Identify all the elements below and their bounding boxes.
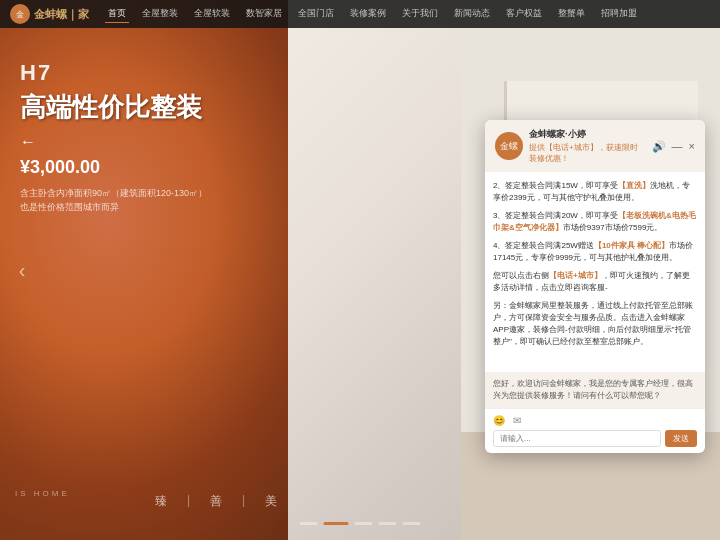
chat-input-area: 😊 ✉ 发送	[485, 408, 705, 453]
hero-word-0: 臻	[155, 493, 167, 510]
nav-link-新闻动态[interactable]: 新闻动态	[451, 5, 493, 23]
nav-link-首页[interactable]: 首页	[105, 5, 129, 23]
chat-input[interactable]	[493, 430, 661, 447]
chat-minimize-button[interactable]: —	[672, 140, 683, 152]
nav-link-招聘加盟[interactable]: 招聘加盟	[598, 5, 640, 23]
logo-text: 金蚌螺｜家	[34, 7, 89, 22]
chat-email-button[interactable]: ✉	[513, 415, 521, 426]
nav-link-整蟹单[interactable]: 整蟹单	[555, 5, 588, 23]
hero-words: 臻|善|美	[0, 493, 432, 510]
navbar: 金 金蚌螺｜家 首页全屋整装全屋软装数智家居全国门店装修案例关于我们新闻动态客户…	[0, 0, 720, 28]
chat-message-0: 2、签定整装合同满15W，即可享受【直洗】洗地机，专享价2399元，可与其他守护…	[493, 180, 697, 204]
hero-title-main: 高端性价比整装	[20, 90, 207, 125]
slide-dot-3[interactable]	[379, 522, 397, 525]
chat-header: 金螺 金蚌螺家·小婷 提供【电话+城市】，获速限时装修优惠！ 🔊 — ×	[485, 120, 705, 172]
prev-slide-button[interactable]: ‹	[10, 250, 34, 290]
hero-arrow[interactable]: ←	[20, 133, 207, 151]
nav-link-装修案例[interactable]: 装修案例	[347, 5, 389, 23]
chat-message-2: 4、签定整装合同满25W赠送【10件家具 棒心配】市场价17145元，专享价99…	[493, 240, 697, 264]
word-separator-1: |	[242, 493, 245, 510]
nav-link-全屋软装[interactable]: 全屋软装	[191, 5, 233, 23]
chat-controls: 🔊 — ×	[652, 140, 695, 153]
chat-volume-button[interactable]: 🔊	[652, 140, 666, 153]
logo-icon: 金	[10, 4, 30, 24]
chat-widget: 金螺 金蚌螺家·小婷 提供【电话+城市】，获速限时装修优惠！ 🔊 — × 2、签…	[485, 120, 705, 453]
chat-agent-name: 金蚌螺家·小婷	[529, 128, 646, 141]
slide-dot-4[interactable]	[403, 522, 421, 525]
nav-links: 首页全屋整装全屋软装数智家居全国门店装修案例关于我们新闻动态客户权益整蟹单招聘加…	[105, 5, 710, 23]
hero-word-1: 善	[210, 493, 222, 510]
chat-emoji-button[interactable]: 😊	[493, 415, 505, 426]
chat-icon-row: 😊 ✉	[493, 415, 697, 426]
slide-dot-2[interactable]	[355, 522, 373, 525]
nav-link-数智家居[interactable]: 数智家居	[243, 5, 285, 23]
hero-word-2: 美	[265, 493, 277, 510]
chat-greeting: 您好，欢迎访问金蚌螺家，我是您的专属客户经理，很高兴为您提供装修服务！请问有什么…	[485, 372, 705, 408]
slide-dot-0[interactable]	[300, 522, 318, 525]
chat-close-button[interactable]: ×	[689, 140, 695, 152]
hero-dots	[300, 522, 421, 525]
chat-subtitle: 提供【电话+城市】，获速限时装修优惠！	[529, 142, 646, 164]
chat-message-1: 3、签定整装合同满20W，即可享受【老板洗碗机&电热毛巾架&空气净化器】市场价9…	[493, 210, 697, 234]
word-separator-0: |	[187, 493, 190, 510]
hero-desc: 含主卧含内净面积90㎡（建筑面积120-130㎡） 也是性价格范围城市而异	[20, 186, 207, 215]
nav-link-关于我们[interactable]: 关于我们	[399, 5, 441, 23]
hero-title-small: H7	[20, 60, 207, 86]
chat-header-info: 金蚌螺家·小婷 提供【电话+城市】，获速限时装修优惠！	[529, 128, 646, 164]
chat-message-4: 另：金蚌螺家局里整装服务，通过线上付款托管至总部账户，方可保障资金安全与服务品质…	[493, 300, 697, 348]
nav-link-客户权益[interactable]: 客户权益	[503, 5, 545, 23]
slide-dot-1[interactable]	[324, 522, 349, 525]
chat-message-3: 您可以点击右侧【电话+城市】，即可火速预约，了解更多活动详情，点击立即咨询客服-	[493, 270, 697, 294]
hero-content: H7 高端性价比整装 ← ¥3,000.00 含主卧含内净面积90㎡（建筑面积1…	[20, 60, 207, 215]
nav-link-全国门店[interactable]: 全国门店	[295, 5, 337, 23]
chat-avatar: 金螺	[495, 132, 523, 160]
nav-link-全屋整装[interactable]: 全屋整装	[139, 5, 181, 23]
hero-section: 金 金蚌螺｜家 首页全屋整装全屋软装数智家居全国门店装修案例关于我们新闻动态客户…	[0, 0, 720, 540]
chat-input-row: 发送	[493, 430, 697, 447]
chat-body: 2、签定整装合同满15W，即可享受【直洗】洗地机，专享价2399元，可与其他守护…	[485, 172, 705, 372]
chat-send-button[interactable]: 发送	[665, 430, 697, 447]
logo[interactable]: 金 金蚌螺｜家	[10, 4, 89, 24]
hero-price: ¥3,000.00	[20, 157, 207, 178]
